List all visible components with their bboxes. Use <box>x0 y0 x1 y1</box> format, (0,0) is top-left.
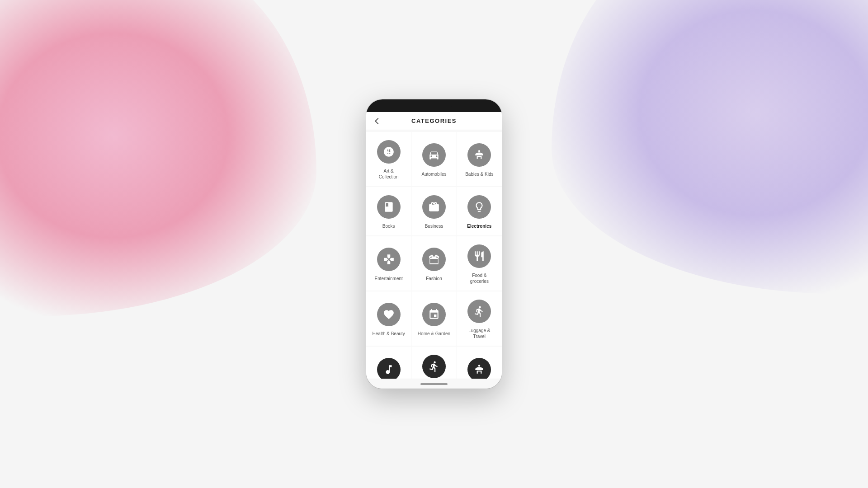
business-icon <box>422 195 446 219</box>
home-indicator <box>420 383 448 385</box>
category-item-sports-outdoor[interactable]: Sports &Outdoor <box>411 347 457 379</box>
category-item-luggage-travel[interactable]: Luggage &Travel <box>457 291 502 346</box>
svg-point-3 <box>478 150 480 152</box>
category-row-3: Entertainment Fashion Food &groceries <box>366 236 502 291</box>
books-label: Books <box>382 223 395 229</box>
app-content: CATEGORIES Art &Collection Automobiles <box>366 112 502 379</box>
category-item-entertainment[interactable]: Entertainment <box>366 236 411 291</box>
babies-kids-icon <box>467 143 491 167</box>
food-groceries-icon <box>467 244 491 268</box>
home-garden-label: Home & Garden <box>418 331 450 337</box>
back-arrow-icon <box>375 117 381 124</box>
electronics-label: Electronics <box>467 223 491 229</box>
page-title: CATEGORIES <box>411 117 457 124</box>
category-item-food-groceries[interactable]: Food &groceries <box>457 236 502 291</box>
svg-point-4 <box>478 365 480 366</box>
category-item-books[interactable]: Books <box>366 187 411 235</box>
category-item-business[interactable]: Business <box>411 187 457 235</box>
phone-notch <box>416 103 452 109</box>
background-blob-purple <box>552 0 868 294</box>
phone-frame: CATEGORIES Art &Collection Automobiles <box>366 99 502 389</box>
category-row-2: Books Business Electronics <box>366 187 502 235</box>
category-item-health-beauty[interactable]: Health & Beauty <box>366 291 411 346</box>
category-item-music-gears[interactable]: Music Gears <box>366 347 411 379</box>
category-item-automobiles[interactable]: Automobiles <box>411 132 457 186</box>
entertainment-label: Entertainment <box>375 276 403 282</box>
babies-kids-label: Babies & Kids <box>465 171 493 177</box>
category-item-babies-kids[interactable]: Babies & Kids <box>457 132 502 186</box>
art-collection-icon <box>377 140 401 164</box>
sports-outdoor-icon <box>422 355 446 378</box>
luggage-travel-icon <box>467 300 491 323</box>
back-button[interactable] <box>373 116 383 127</box>
books-icon <box>377 195 401 219</box>
automobiles-label: Automobiles <box>421 171 446 177</box>
automobiles-icon <box>422 143 446 167</box>
health-beauty-icon <box>377 303 401 326</box>
category-row-4: Health & Beauty Home & Garden Luggage &T… <box>366 291 502 346</box>
background-blob-pink <box>0 0 316 316</box>
home-garden-icon <box>422 303 446 326</box>
health-beauty-label: Health & Beauty <box>373 331 405 337</box>
toys-hobbies-icon <box>467 358 491 379</box>
category-item-toys-hobbies[interactable]: Toys & Hobbies <box>457 347 502 379</box>
svg-point-1 <box>386 150 387 152</box>
category-item-fashion[interactable]: Fashion <box>411 236 457 291</box>
music-gears-icon <box>377 358 401 379</box>
luggage-travel-label: Luggage &Travel <box>468 328 490 339</box>
app-header: CATEGORIES <box>366 112 502 130</box>
category-item-electronics[interactable]: Electronics <box>457 187 502 235</box>
entertainment-icon <box>377 248 401 271</box>
electronics-icon <box>467 195 491 219</box>
category-row-5: Music Gears Sports &Outdoor Toys & Hobbi… <box>366 347 502 379</box>
category-item-art-collection[interactable]: Art &Collection <box>366 132 411 186</box>
category-item-home-garden[interactable]: Home & Garden <box>411 291 457 346</box>
food-groceries-label: Food &groceries <box>470 272 489 284</box>
phone-top-bar <box>366 99 502 112</box>
categories-scroll[interactable]: Art &Collection Automobiles Babies & Kid… <box>366 130 502 379</box>
phone-bottom-bar <box>366 379 502 389</box>
svg-point-2 <box>390 150 392 152</box>
art-collection-label: Art &Collection <box>379 168 399 180</box>
category-row-1: Art &Collection Automobiles Babies & Kid… <box>366 132 502 186</box>
fashion-icon <box>422 248 446 271</box>
fashion-label: Fashion <box>426 276 442 282</box>
business-label: Business <box>425 223 443 229</box>
